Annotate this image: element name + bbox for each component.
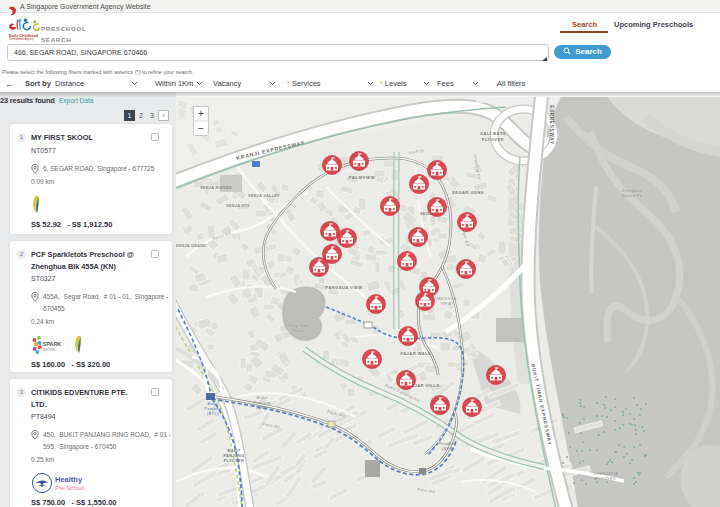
svg-text:EXPRESSWAY: EXPRESSWAY [549,105,554,145]
svg-text:SPARK: SPARK [43,340,62,346]
svg-text:PANGSUA: PANGSUA [436,297,457,301]
svg-text:Pending: Pending [439,442,456,446]
svg-text:FLYOVER: FLYOVER [596,477,616,481]
svg-text:Pond: Pond [293,329,303,333]
svg-text:(BP6): (BP6) [256,406,268,410]
svg-text:Early Childhood: Early Childhood [9,34,39,38]
svg-text:SEGAR GDNS: SEGAR GDNS [452,190,484,195]
svg-text:PANJANG: PANJANG [223,454,244,458]
svg-text:−: − [198,123,204,134]
svg-text:(BTC): (BTC) [207,412,220,416]
svg-text:Healthy: Healthy [55,475,83,484]
svg-text:VIEW: VIEW [440,302,451,306]
svg-text:FLYOVER: FLYOVER [482,137,504,142]
svg-text:Nature Pk: Nature Pk [622,194,642,198]
svg-text:SENJA GRAND: SENJA GRAND [176,244,206,248]
svg-text:Zhenghua: Zhenghua [622,189,642,193]
svg-text:+: + [198,108,204,119]
svg-text:Pre-School: Pre-School [55,485,85,491]
svg-text:SENJA RIDGES: SENJA RIDGES [200,186,232,190]
svg-text:FAJAR WALK: FAJAR WALK [401,351,432,356]
svg-text:ZHENGHUA: ZHENGHUA [594,472,619,476]
svg-text:Bukit: Bukit [208,402,219,406]
svg-text:Pang Sua: Pang Sua [289,324,308,328]
svg-text:Panjang: Panjang [253,401,270,405]
svg-text:CERTIFIED: CERTIFIED [43,347,57,351]
svg-text:PANGSUA VIEW: PANGSUA VIEW [326,285,363,290]
svg-text:GALI BATU: GALI BATU [480,131,506,136]
svg-text:(BP8): (BP8) [442,447,454,451]
svg-text:Development Agency: Development Agency [9,37,34,41]
svg-text:Bukit: Bukit [257,396,268,400]
svg-text:PALMVIEW: PALMVIEW [349,175,375,180]
svg-text:SENJA HTS: SENJA HTS [226,204,250,208]
svg-text:FLYOVER: FLYOVER [224,459,244,463]
svg-text:SENJA VALLEY: SENJA VALLEY [248,194,280,198]
svg-text:BUKIT: BUKIT [227,449,241,453]
svg-text:Panjang: Panjang [204,407,221,411]
